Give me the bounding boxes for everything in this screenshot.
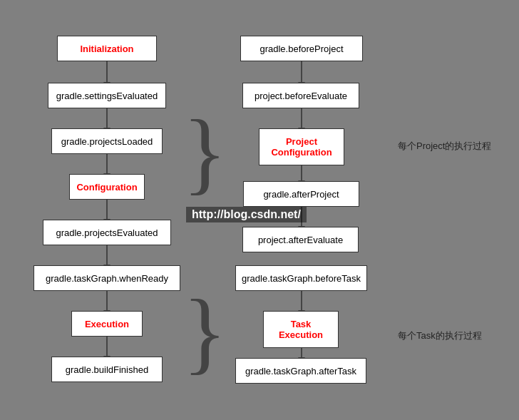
- brace-project: }: [183, 106, 227, 198]
- box-project-before-evaluate: project.beforeEvaluate: [242, 83, 359, 108]
- box-settings-evaluated: gradle.settingsEvaluated: [48, 83, 166, 108]
- box-after-project: gradle.afterProject: [243, 181, 359, 207]
- box-initialization: Initialization: [57, 36, 157, 61]
- label-task-process: 每个Task的执行过程: [398, 329, 482, 342]
- arrow-evaluated-whenready: [106, 245, 108, 265]
- watermark: http://blog.csdn.net/: [186, 207, 307, 222]
- arrow-proj-config-to-after-proj: [301, 165, 302, 181]
- arrow-settings-loaded: [106, 108, 108, 128]
- label-project-process: 每个Project的执行过程: [398, 140, 491, 153]
- box-execution: Execution: [71, 311, 143, 337]
- arrow-loaded-config: [106, 154, 108, 174]
- box-configuration: Configuration: [69, 174, 145, 200]
- box-before-project: gradle.beforeProject: [240, 36, 363, 61]
- box-before-task: gradle.taskGraph.beforeTask: [235, 265, 367, 291]
- box-after-task: gradle.taskGraph.afterTask: [235, 358, 366, 384]
- box-projects-loaded: gradle.projectsLoaded: [51, 128, 163, 154]
- box-project-after-evaluate: project.afterEvaluate: [242, 227, 359, 252]
- box-task-graph-when-ready: gradle.taskGraph.whenReady: [34, 265, 180, 291]
- box-project-configuration: Project Configuration: [259, 128, 344, 165]
- box-build-finished: gradle.buildFinished: [51, 357, 163, 382]
- arrow-before-project-to-before-eval: [301, 61, 302, 83]
- arrow-before-task-to-exec: [301, 291, 302, 311]
- diagram: Initialization gradle.settingsEvaluated …: [0, 0, 519, 420]
- brace-task: }: [183, 285, 227, 378]
- box-projects-evaluated: gradle.projectsEvaluated: [43, 220, 171, 245]
- arrow-before-eval-to-proj-config: [301, 108, 302, 128]
- box-task-execution: Task Execution: [263, 311, 339, 348]
- arrow-config-evaluated: [106, 200, 108, 220]
- arrow-exec-to-after-task: [301, 348, 302, 358]
- arrow-init-settings: [106, 61, 108, 83]
- arrow-execution-buildfinished: [106, 337, 108, 357]
- arrow-whenready-execution: [106, 291, 108, 311]
